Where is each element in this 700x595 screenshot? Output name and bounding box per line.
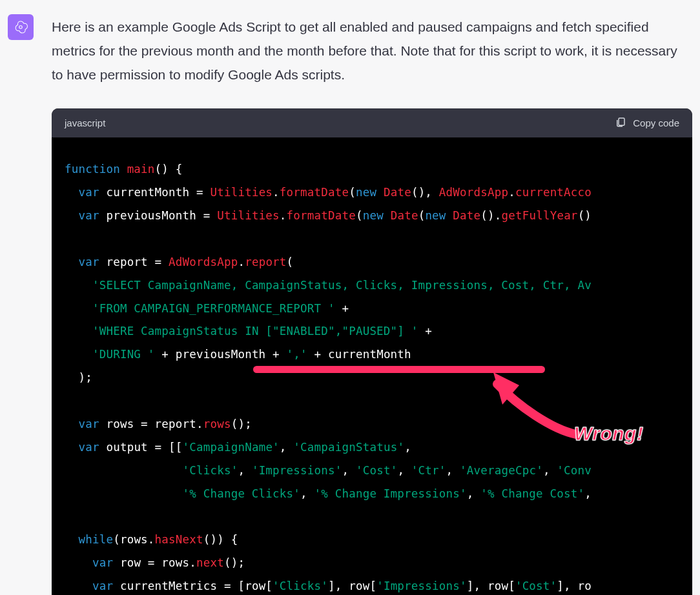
copy-code-button[interactable]: Copy code — [615, 116, 679, 130]
annotation-arrow-icon — [474, 372, 584, 443]
code-block: javascript Copy code function main() { v… — [52, 108, 692, 595]
message-text: Here is an example Google Ads Script to … — [52, 15, 692, 86]
annotation-underline — [253, 366, 545, 373]
assistant-avatar-icon — [8, 14, 34, 40]
code-content[interactable]: function main() { var currentMonth = Uti… — [52, 137, 692, 595]
message-content: Here is an example Google Ads Script to … — [52, 14, 692, 595]
clipboard-icon — [615, 116, 626, 130]
code-header: javascript Copy code — [52, 108, 692, 137]
assistant-message: Here is an example Google Ads Script to … — [0, 0, 700, 595]
code-language-label: javascript — [65, 117, 105, 128]
copy-code-label: Copy code — [633, 117, 679, 128]
svg-rect-1 — [619, 118, 624, 125]
svg-point-0 — [19, 26, 23, 29]
annotation-label: Wrong! — [574, 414, 643, 454]
